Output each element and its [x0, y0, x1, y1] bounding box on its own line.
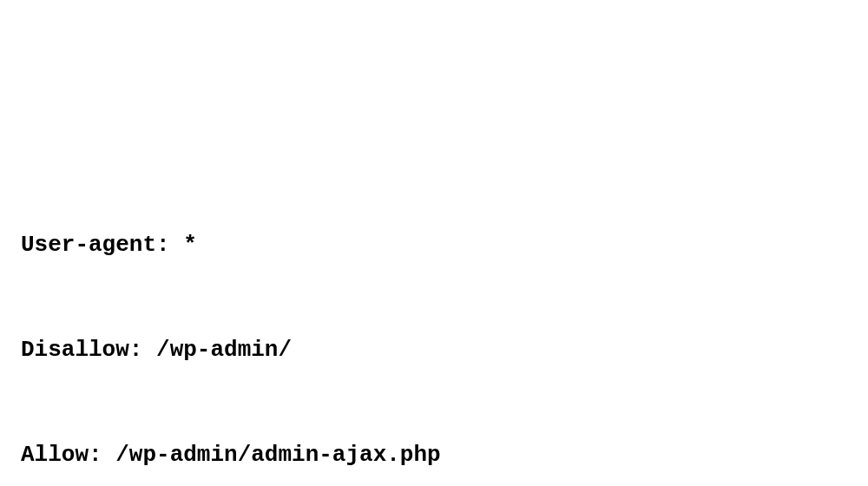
robots-line-allow: Allow: /wp-admin/admin-ajax.php [21, 437, 847, 472]
robots-line-disallow: Disallow: /wp-admin/ [21, 332, 847, 367]
robots-line-user-agent: User-agent: * [21, 227, 847, 262]
robots-txt-content: User-agent: * Disallow: /wp-admin/ Allow… [21, 157, 847, 486]
